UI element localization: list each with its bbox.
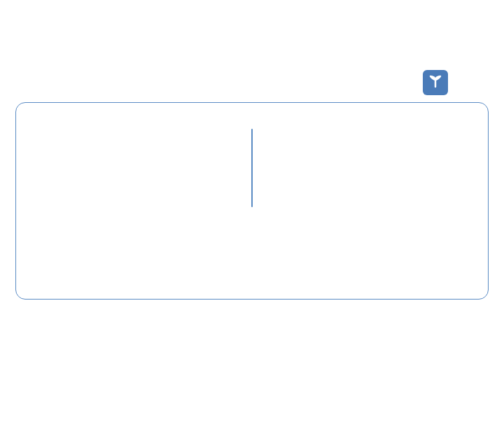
- sprout-badge[interactable]: [423, 70, 448, 95]
- sprout-icon: [427, 73, 444, 92]
- vertical-divider: [251, 129, 253, 207]
